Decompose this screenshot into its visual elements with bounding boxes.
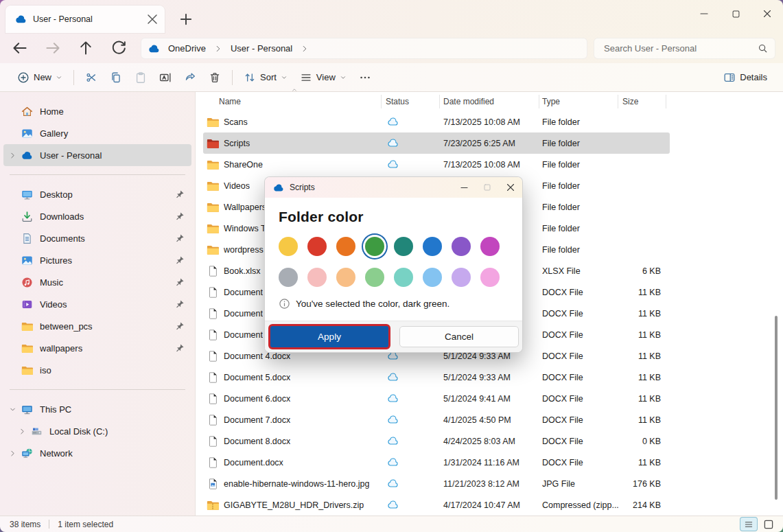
up-button[interactable]	[77, 39, 95, 57]
breadcrumb-user-personal[interactable]: User - Personal	[228, 42, 295, 55]
color-swatch-a8adb4[interactable]	[279, 268, 298, 287]
file-row-document-5-docx[interactable]: Document 5.docx5/1/2024 9:33 AMDOCX File…	[203, 367, 670, 388]
apply-button[interactable]: Apply	[268, 324, 390, 349]
folder-icon	[207, 180, 219, 192]
breadcrumb[interactable]: OneDrive User - Personal	[141, 38, 587, 59]
details-pane-button[interactable]: Details	[717, 67, 773, 89]
search-placeholder: Search User - Personal	[604, 43, 758, 54]
sidebar-item-user-personal[interactable]: User - Personal	[3, 144, 191, 166]
cancel-button[interactable]: Cancel	[399, 326, 519, 347]
search-input[interactable]: Search User - Personal	[594, 38, 775, 59]
icons-view-toggle[interactable]	[760, 518, 776, 531]
sort-arrows-icon	[244, 71, 256, 84]
column-header-status[interactable]: Status	[382, 95, 440, 108]
color-swatch-d93a2b[interactable]	[307, 237, 327, 256]
column-header-name[interactable]: Name	[203, 95, 382, 108]
sidebar-item-gallery[interactable]: Gallery	[3, 122, 191, 144]
forward-button[interactable]	[44, 39, 62, 57]
sidebar-item-music[interactable]: Music	[3, 271, 191, 293]
chevron-down-icon[interactable]	[3, 406, 21, 413]
color-swatch-row-2	[279, 268, 509, 287]
file-row-document-8-docx[interactable]: Document 8.docx4/24/2025 8:03 AMDOCX Fil…	[203, 430, 670, 452]
dialog-close-button[interactable]	[499, 177, 522, 198]
cut-button[interactable]	[79, 67, 104, 89]
refresh-button[interactable]	[110, 39, 128, 57]
breadcrumb-onedrive[interactable]: OneDrive	[165, 42, 209, 55]
back-button[interactable]	[11, 39, 29, 57]
details-pane-icon	[723, 71, 736, 84]
file-row-gigabyte-m28u-hdr-drivers-zip[interactable]: GIGABYTE_M28U_HDR_Drivers.zip4/17/2024 1…	[203, 494, 670, 516]
rename-button[interactable]	[153, 67, 178, 89]
new-tab-button[interactable]	[177, 10, 195, 28]
file-row-scripts[interactable]: Scripts7/23/2025 6:25 AMFile folder	[203, 132, 670, 154]
sidebar-item-downloads[interactable]: Downloads	[3, 205, 191, 227]
color-swatch-84c3f1[interactable]	[423, 268, 442, 287]
documents-icon	[21, 233, 33, 244]
color-swatch-e8731f[interactable]	[336, 237, 355, 256]
color-swatch-f6c844[interactable]	[279, 237, 298, 256]
file-name: Scripts	[224, 139, 250, 148]
chevron-right-icon[interactable]	[13, 428, 31, 435]
color-swatch-f8be85[interactable]	[336, 268, 355, 287]
sidebar-item-label: iso	[40, 365, 191, 375]
color-swatch-78d2c4[interactable]	[394, 268, 413, 287]
color-swatch-218679[interactable]	[394, 237, 413, 256]
color-swatch-8bce8e[interactable]	[365, 268, 384, 287]
vertical-scrollbar[interactable]	[775, 316, 778, 500]
cloud-status-icon	[387, 394, 399, 403]
sidebar-item-this-pc[interactable]: This PC	[3, 398, 191, 420]
file-row-document-6-docx[interactable]: Document 6.docx5/1/2024 9:41 AMDOCX File…	[203, 388, 670, 409]
file-row-document-7-docx[interactable]: Document 7.docx4/1/2025 4:50 PMDOCX File…	[203, 409, 670, 430]
sidebar-item-iso[interactable]: iso	[3, 359, 191, 381]
file-row-document-docx[interactable]: Document.docx1/31/2024 11:16 AMDOCX File…	[203, 452, 670, 473]
details-view-toggle[interactable]	[740, 518, 757, 531]
sidebar-item-label: Videos	[40, 299, 175, 310]
sidebar-item-between-pcs[interactable]: between_pcs	[3, 315, 191, 337]
delete-button[interactable]	[202, 67, 227, 89]
view-button[interactable]: View	[294, 67, 353, 89]
tab-user-personal[interactable]: User - Personal	[5, 5, 165, 33]
sidebar-item-documents[interactable]: Documents	[3, 227, 191, 249]
sidebar-item-wallpapers[interactable]: wallpapers	[3, 337, 191, 359]
sidebar-item-home[interactable]: Home	[3, 100, 191, 122]
chevron-right-icon[interactable]	[3, 450, 21, 457]
paste-button[interactable]	[128, 67, 153, 89]
dialog-minimize-button[interactable]	[452, 177, 476, 198]
pin-icon	[175, 189, 185, 199]
file-icon	[207, 286, 219, 299]
file-row-shareone[interactable]: ShareOne7/13/2025 10:08 AMFile folder	[203, 154, 670, 175]
plus-circle-icon	[17, 71, 30, 84]
selection-count: 1 item selected	[58, 520, 121, 529]
minimize-button[interactable]	[688, 0, 720, 27]
color-swatch-dark-green[interactable]	[365, 237, 384, 256]
command-toolbar: New Sort View Details	[0, 63, 783, 92]
column-header-type[interactable]: Type	[539, 95, 618, 108]
close-button[interactable]	[751, 0, 783, 27]
new-button[interactable]: New	[11, 67, 69, 89]
sidebar-item-pictures[interactable]: Pictures	[3, 249, 191, 271]
share-button[interactable]	[178, 67, 202, 89]
color-swatch-2277cc[interactable]	[423, 237, 442, 256]
sort-button[interactable]: Sort	[237, 67, 294, 89]
color-swatch-c6a9ee[interactable]	[452, 268, 471, 287]
sidebar-item-videos[interactable]: Videos	[3, 293, 191, 315]
item-count: 38 items	[10, 520, 49, 529]
color-swatch-f6bdbd[interactable]	[307, 268, 327, 287]
file-row-scans[interactable]: Scans7/13/2025 10:08 AMFile folder	[203, 111, 670, 132]
chevron-right-icon[interactable]	[3, 152, 21, 159]
column-header-date-modified[interactable]: Date modified	[440, 95, 539, 108]
column-header-size[interactable]: Size	[618, 95, 666, 108]
color-swatch-c246be[interactable]	[480, 237, 500, 256]
color-swatch-8957c8[interactable]	[452, 237, 471, 256]
scissors-icon	[85, 71, 97, 84]
color-swatch-f3a5e1[interactable]	[480, 268, 500, 287]
file-row-enable-hibernate-windows-11-hero-jpg[interactable]: enable-hibernate-windows-11-hero.jpg11/2…	[203, 473, 670, 494]
sidebar-item-desktop[interactable]: Desktop	[3, 183, 191, 205]
sidebar-item-local-disk-c[interactable]: Local Disk (C:)	[13, 420, 191, 442]
new-button-label: New	[34, 72, 51, 82]
sidebar-item-network[interactable]: Network	[3, 442, 191, 464]
copy-button[interactable]	[104, 67, 128, 89]
tab-close-icon[interactable]	[147, 14, 158, 25]
maximize-button[interactable]	[720, 0, 751, 27]
more-options-button[interactable]	[353, 67, 377, 89]
